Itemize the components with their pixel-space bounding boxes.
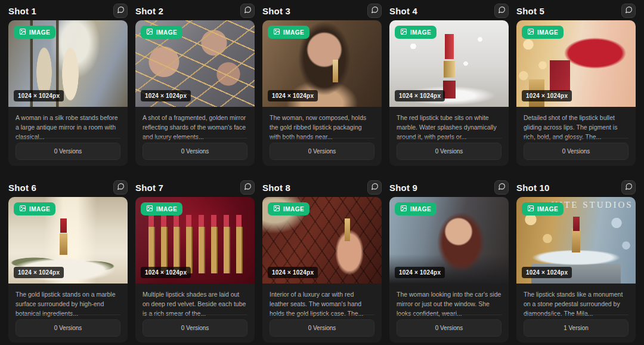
- divider: [524, 138, 628, 138]
- shot-title: Shot 8: [262, 183, 290, 193]
- shot-title: Shot 3: [262, 6, 290, 16]
- chat-button[interactable]: [113, 180, 128, 195]
- chat-bubble-icon: [244, 6, 252, 16]
- chat-button[interactable]: [494, 4, 509, 18]
- shot-card: Shot 10 NITE STUDIOS IMAGE 1024 × 1024px…: [516, 179, 636, 343]
- chat-bubble-icon: [498, 183, 506, 192]
- shot-image[interactable]: IMAGE 1024 × 1024px: [135, 20, 255, 107]
- divider: [397, 315, 501, 315]
- image-icon: [527, 205, 534, 213]
- chat-button[interactable]: [113, 4, 128, 18]
- versions-button[interactable]: 0 Versions: [143, 319, 247, 337]
- image-dimensions-badge: 1024 × 1024px: [268, 90, 318, 101]
- chat-bubble-icon: [625, 183, 633, 192]
- divider: [143, 315, 247, 315]
- divider: [397, 138, 501, 138]
- image-dimensions-badge: 1024 × 1024px: [14, 90, 64, 101]
- shot-card-body: IMAGE 1024 × 1024px The woman looking in…: [389, 197, 509, 343]
- shot-card: Shot 9 IMAGE 1024 × 1024px The woman loo…: [389, 179, 509, 343]
- versions-button[interactable]: 0 Versions: [16, 143, 120, 160]
- shot-description: The woman, now composed, holds the gold …: [262, 107, 382, 138]
- versions-button[interactable]: 0 Versions: [16, 319, 120, 337]
- chat-button[interactable]: [240, 180, 255, 195]
- shot-card-body: IMAGE 1024 × 1024px The woman, now compo…: [262, 20, 382, 166]
- shot-card-body: IMAGE 1024 × 1024px The gold lipstick st…: [8, 197, 128, 343]
- image-icon: [19, 205, 26, 213]
- shot-card: Shot 8 IMAGE 1024 × 1024px Interior of a…: [262, 179, 382, 343]
- image-type-badge: IMAGE: [141, 26, 182, 39]
- shot-title: Shot 9: [389, 183, 417, 193]
- shot-image[interactable]: IMAGE 1024 × 1024px: [8, 197, 128, 284]
- image-badge-label: IMAGE: [537, 29, 558, 36]
- shot-card-body: NITE STUDIOS IMAGE 1024 × 1024px The lip…: [516, 197, 636, 343]
- shot-card: Shot 6 IMAGE 1024 × 1024px The gold lips…: [8, 179, 128, 343]
- shot-description: The red lipstick tube sits on white marb…: [389, 107, 509, 138]
- shot-card-body: IMAGE 1024 × 1024px A woman in a silk ro…: [8, 20, 128, 166]
- shot-image[interactable]: IMAGE 1024 × 1024px: [389, 197, 509, 284]
- chat-button[interactable]: [240, 4, 255, 18]
- shot-card-header: Shot 10: [516, 180, 636, 195]
- shot-card: Shot 4 IMAGE 1024 × 1024px The red lipst…: [389, 2, 509, 166]
- image-dimensions-badge: 1024 × 1024px: [522, 267, 572, 278]
- chat-button[interactable]: [621, 180, 636, 195]
- versions-button[interactable]: 0 Versions: [270, 143, 374, 160]
- divider: [270, 138, 374, 138]
- shot-card: Shot 7 IMAGE 1024 × 1024px Multiple lips…: [135, 179, 255, 343]
- image-badge-label: IMAGE: [156, 29, 177, 36]
- shot-description: The woman looking into the car's side mi…: [389, 284, 509, 315]
- divider: [143, 138, 247, 138]
- chat-button[interactable]: [621, 4, 636, 18]
- shot-description: The gold lipstick stands on a marble sur…: [8, 284, 128, 315]
- shot-image[interactable]: IMAGE 1024 × 1024px: [8, 20, 128, 107]
- shot-card-body: IMAGE 1024 × 1024px Interior of a luxury…: [262, 197, 382, 343]
- shot-image[interactable]: IMAGE 1024 × 1024px: [262, 197, 382, 284]
- image-badge-label: IMAGE: [283, 29, 304, 36]
- image-badge-label: IMAGE: [537, 206, 558, 212]
- shot-title: Shot 10: [516, 183, 550, 193]
- shot-image[interactable]: NITE STUDIOS IMAGE 1024 × 1024px: [516, 197, 636, 284]
- image-type-badge: IMAGE: [522, 26, 564, 39]
- shot-card-header: Shot 4: [389, 4, 509, 18]
- shot-card: Shot 1 IMAGE 1024 × 1024px A woman in a …: [8, 2, 128, 166]
- image-icon: [19, 28, 26, 36]
- image-icon: [273, 28, 280, 36]
- versions-button[interactable]: 0 Versions: [143, 143, 247, 160]
- shot-image[interactable]: IMAGE 1024 × 1024px: [262, 20, 382, 107]
- shot-card-body: IMAGE 1024 × 1024px A shot of a fragment…: [135, 20, 255, 166]
- chat-bubble-icon: [371, 183, 379, 192]
- versions-button[interactable]: 0 Versions: [397, 143, 501, 160]
- versions-button[interactable]: 0 Versions: [270, 319, 374, 337]
- shot-card-header: Shot 8: [262, 180, 382, 195]
- chat-button[interactable]: [367, 4, 382, 18]
- chat-bubble-icon: [117, 183, 125, 192]
- shot-card: Shot 3 IMAGE 1024 × 1024px The woman, no…: [262, 2, 382, 166]
- shot-grid: Shot 1 IMAGE 1024 × 1024px A woman in a …: [0, 0, 644, 343]
- shot-image[interactable]: IMAGE 1024 × 1024px: [389, 20, 509, 107]
- image-type-badge: IMAGE: [268, 202, 309, 215]
- shot-description: Multiple lipstick shades are laid out on…: [135, 284, 255, 315]
- image-type-badge: IMAGE: [14, 202, 55, 215]
- chat-button[interactable]: [494, 180, 509, 195]
- shot-title: Shot 6: [8, 183, 36, 193]
- image-icon: [400, 205, 407, 213]
- image-type-badge: IMAGE: [268, 26, 309, 39]
- versions-button[interactable]: 0 Versions: [524, 143, 628, 160]
- divider: [270, 315, 374, 315]
- versions-button[interactable]: 0 Versions: [397, 319, 501, 337]
- shot-card-header: Shot 7: [135, 180, 255, 195]
- chat-button[interactable]: [367, 180, 382, 195]
- image-type-badge: IMAGE: [395, 26, 436, 39]
- chat-bubble-icon: [244, 183, 252, 192]
- image-type-badge: IMAGE: [141, 202, 182, 215]
- divider: [16, 315, 120, 315]
- image-dimensions-badge: 1024 × 1024px: [395, 267, 445, 278]
- image-badge-label: IMAGE: [29, 29, 50, 36]
- shot-image[interactable]: IMAGE 1024 × 1024px: [516, 20, 636, 107]
- versions-button[interactable]: 1 Version: [524, 319, 628, 337]
- chat-bubble-icon: [371, 6, 379, 16]
- shot-image[interactable]: IMAGE 1024 × 1024px: [135, 197, 255, 284]
- image-icon: [146, 28, 153, 36]
- chat-bubble-icon: [498, 6, 506, 16]
- shot-card-header: Shot 5: [516, 4, 636, 18]
- image-type-badge: IMAGE: [522, 202, 564, 215]
